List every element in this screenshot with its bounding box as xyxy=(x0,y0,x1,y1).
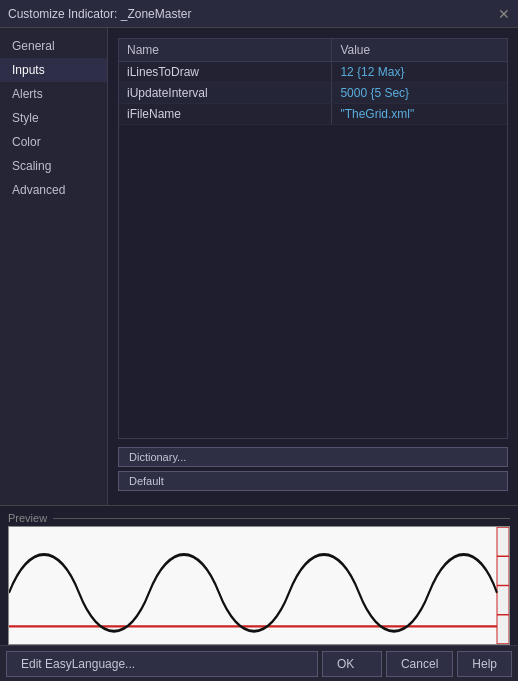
param-name-1: iUpdateInterval xyxy=(119,83,332,103)
close-icon[interactable]: ✕ xyxy=(498,7,510,21)
right-panel: Name Value iLinesToDraw 12 {12 Max} iUpd… xyxy=(108,28,518,505)
sidebar-item-advanced[interactable]: Advanced xyxy=(0,178,107,202)
table-row[interactable]: iLinesToDraw 12 {12 Max} xyxy=(119,62,507,83)
wave-chart xyxy=(9,527,509,644)
edit-easylanguage-button[interactable]: Edit EasyLanguage... xyxy=(6,651,318,677)
table-body: iLinesToDraw 12 {12 Max} iUpdateInterval… xyxy=(118,61,508,439)
dictionary-button[interactable]: Dictionary... xyxy=(118,447,508,467)
preview-divider xyxy=(53,518,510,519)
preview-canvas xyxy=(8,526,510,645)
sidebar-item-general[interactable]: General xyxy=(0,34,107,58)
param-name-0: iLinesToDraw xyxy=(119,62,332,82)
sidebar-item-color[interactable]: Color xyxy=(0,130,107,154)
table-row[interactable]: iUpdateInterval 5000 {5 Sec} xyxy=(119,83,507,104)
sidebar: General Inputs Alerts Style Color Scalin… xyxy=(0,28,108,505)
sidebar-item-alerts[interactable]: Alerts xyxy=(0,82,107,106)
main-container: General Inputs Alerts Style Color Scalin… xyxy=(0,28,518,681)
table-area: Name Value iLinesToDraw 12 {12 Max} iUpd… xyxy=(118,38,508,439)
param-value-2: "TheGrid.xml" xyxy=(332,104,507,124)
sidebar-item-inputs[interactable]: Inputs xyxy=(0,58,107,82)
table-row[interactable]: iFileName "TheGrid.xml" xyxy=(119,104,507,125)
preview-label-row: Preview xyxy=(8,512,510,524)
sidebar-item-scaling[interactable]: Scaling xyxy=(0,154,107,178)
sidebar-item-style[interactable]: Style xyxy=(0,106,107,130)
ok-button[interactable]: OK xyxy=(322,651,382,677)
cancel-button[interactable]: Cancel xyxy=(386,651,453,677)
table-header: Name Value xyxy=(118,38,508,61)
default-button[interactable]: Default xyxy=(118,471,508,491)
param-name-2: iFileName xyxy=(119,104,332,124)
action-buttons: Dictionary... Default xyxy=(118,447,508,491)
help-button[interactable]: Help xyxy=(457,651,512,677)
title-bar: Customize Indicator: _ZoneMaster ✕ xyxy=(0,0,518,28)
col-header-name: Name xyxy=(119,39,332,61)
preview-label: Preview xyxy=(8,512,47,524)
footer-bar: Edit EasyLanguage... OK Cancel Help xyxy=(0,645,518,681)
param-value-0: 12 {12 Max} xyxy=(332,62,507,82)
col-header-value: Value xyxy=(332,39,507,61)
preview-section: Preview xyxy=(0,505,518,645)
content-area: General Inputs Alerts Style Color Scalin… xyxy=(0,28,518,505)
title-bar-text: Customize Indicator: _ZoneMaster xyxy=(8,7,191,21)
param-value-1: 5000 {5 Sec} xyxy=(332,83,507,103)
